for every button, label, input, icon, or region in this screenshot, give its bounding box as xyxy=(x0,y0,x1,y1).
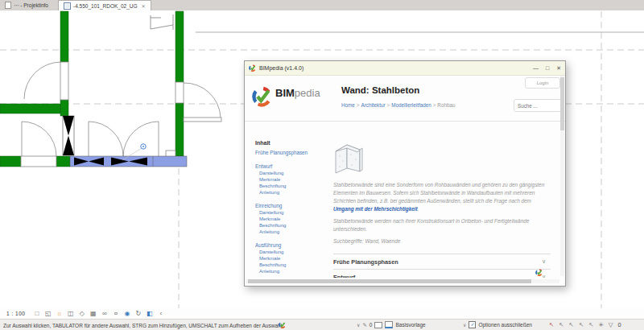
breadcrumb-modellierleitfaden[interactable]: Modellierleitfaden xyxy=(391,102,431,108)
search-input[interactable] xyxy=(514,99,562,112)
toc-link-einreichung[interactable]: Einreichung xyxy=(255,203,333,209)
toc-link[interactable]: Darstellung xyxy=(259,170,333,176)
status-bar: Zur Auswahl klicken, TABULATOR für ander… xyxy=(0,319,644,330)
scrollbar-thumb[interactable] xyxy=(248,279,531,283)
accordion-list: Frühe Planungsphasen ∨ Entwurf ∨ Einreic… xyxy=(333,254,551,278)
toc-heading: Inhalt xyxy=(255,140,333,146)
minimize-button[interactable]: — xyxy=(533,65,539,72)
toc-link[interactable]: Anleitung xyxy=(259,189,333,196)
toc-link[interactable]: Merkmale xyxy=(259,216,333,222)
select-pinned-icon[interactable]: ↖ xyxy=(569,321,574,328)
drag-on-select-icon[interactable]: ↖ xyxy=(588,321,593,328)
selection-settings-icon[interactable]: ✳ xyxy=(598,321,603,328)
worksharing-display-icon[interactable] xyxy=(374,322,382,328)
tab-label: ⋯ - Projektinfo xyxy=(14,2,48,9)
visual-style-icon[interactable]: ◇ xyxy=(78,310,85,317)
worksharing-monitor-icon[interactable] xyxy=(385,321,393,328)
breadcrumb-separator: > xyxy=(387,102,390,108)
mehrschichtigkeit-link[interactable]: Umgang mit der Mehrschichtigkeit xyxy=(333,206,418,212)
toc-link-entwurf[interactable]: Entwurf xyxy=(255,163,333,170)
brand-wordmark[interactable]: BIMpedia xyxy=(275,87,320,99)
column-symbol xyxy=(63,116,74,155)
brand-light: pedia xyxy=(295,87,320,99)
page-header: BIMpedia Wand: Stahlbeton Home>Architekt… xyxy=(245,76,565,122)
chevron-down-icon[interactable]: ∨ xyxy=(357,322,360,328)
window-band xyxy=(70,156,187,167)
status-hint: Zur Auswahl klicken, TABULATOR für ander… xyxy=(3,323,283,328)
select-links-icon[interactable]: ↖ xyxy=(549,321,554,328)
toc-link[interactable]: Merkmale xyxy=(259,255,333,262)
horizontal-scrollbar[interactable] xyxy=(246,279,559,283)
worksharing-display-icon[interactable]: ◧ xyxy=(146,310,153,317)
view-tab-bar: ⋯ - Projektinfo -4.550_101_RDOK_02_UG ✕ xyxy=(0,0,644,10)
sun-study-icon[interactable]: ☼ xyxy=(56,310,63,317)
plan-view-icon xyxy=(64,2,71,10)
scrollbar-thumb[interactable] xyxy=(560,77,564,130)
tab-close-icon[interactable]: ✕ xyxy=(142,3,146,9)
close-button[interactable]: ✕ xyxy=(556,65,561,72)
toc-link[interactable]: Darstellung xyxy=(259,249,333,255)
collapse-icon[interactable]: ‹ xyxy=(157,310,164,317)
shadows-icon[interactable]: ◫ xyxy=(67,310,74,317)
tab-label: -4.550_101_RDOK_02_UG xyxy=(73,3,138,9)
editing-requests-count: 0 xyxy=(369,322,373,328)
filter-count: 0 xyxy=(618,321,621,328)
document-icon xyxy=(5,2,11,9)
intro-paragraph: Stahlbetonwände sind eine Sonderform von… xyxy=(333,182,544,204)
toc-link[interactable]: Darstellung xyxy=(259,209,333,216)
toc-link-ausfuehrung[interactable]: Ausführung xyxy=(255,242,333,249)
tab-active-view[interactable]: -4.550_101_RDOK_02_UG ✕ xyxy=(58,0,151,10)
select-underlay-icon[interactable]: ↖ xyxy=(559,321,564,328)
chevron-down-icon: ∨ xyxy=(542,258,546,265)
toc-link[interactable]: Beschriftung xyxy=(259,262,333,268)
view-control-bar: 1 : 100 □ ◱ ☼ ◫ ◇ ▦ ∞ ¤ ◉ ↻ ◧ ‹ xyxy=(0,308,644,319)
temporary-view-icon[interactable]: ◉ xyxy=(123,310,130,317)
breadcrumb-architektur[interactable]: Architektur xyxy=(361,102,385,108)
accordion-label: Entwurf xyxy=(333,274,355,278)
concrete-walls xyxy=(0,11,184,167)
filter-icon[interactable]: ▽ xyxy=(609,321,613,328)
detail-level-icon[interactable]: ▦ xyxy=(89,310,97,317)
scale-button[interactable]: 1 : 100 xyxy=(6,311,25,316)
wall-corner-image xyxy=(333,140,364,175)
exclude-options-checkbox[interactable]: ✓ xyxy=(469,321,476,328)
article: Stahlbetonwände sind eine Sonderform von… xyxy=(333,121,560,278)
bimpedia-addin-icon[interactable] xyxy=(279,321,286,328)
refresh-icon[interactable]: ↻ xyxy=(134,310,142,317)
toc-link[interactable]: Merkmale xyxy=(259,176,333,183)
maximize-button[interactable]: □ xyxy=(546,65,549,72)
accordion-fruehe-planungsphasen[interactable]: Frühe Planungsphasen ∨ xyxy=(333,254,551,269)
login-button[interactable]: Login xyxy=(525,77,560,89)
toc-link[interactable]: Beschriftung xyxy=(259,183,333,189)
crop-region-icon[interactable]: □ xyxy=(33,310,40,317)
bimpedia-favicon xyxy=(535,269,543,276)
chevron-down-icon[interactable]: ∨ xyxy=(463,322,466,328)
dialog-title: BIMpedia (v1.4.0) xyxy=(259,65,303,71)
brand-bold: BIM xyxy=(275,87,295,99)
bimpedia-window-icon xyxy=(249,64,256,72)
show-crop-region-icon[interactable]: ◱ xyxy=(44,310,52,317)
section-marker xyxy=(151,14,173,30)
design-option-select[interactable]: Basisvorlage xyxy=(395,322,425,328)
toc-link[interactable]: Anleitung xyxy=(259,229,333,235)
paragraph-end: . xyxy=(418,206,419,212)
bimpedia-dialog: BIMpedia (v1.4.0) — □ ✕ BIMpedia Wand: S… xyxy=(244,60,566,287)
hide-isolate-glasses-icon[interactable]: ∞ xyxy=(101,310,108,317)
vertical-scrollbar[interactable] xyxy=(560,76,564,276)
bimpedia-logo[interactable] xyxy=(251,86,272,107)
editing-requests-icon[interactable]: ✎ xyxy=(362,322,366,328)
accordion-entwurf[interactable]: Entwurf ∨ xyxy=(333,269,551,278)
select-by-face-icon[interactable]: ↖ xyxy=(579,321,584,328)
exclude-options-label: Optionen ausschließen xyxy=(478,322,532,328)
breadcrumb-current: Rohbau xyxy=(437,102,455,108)
dialog-titlebar[interactable]: BIMpedia (v1.4.0) — □ ✕ xyxy=(245,61,565,76)
accordion-label: Frühe Planungsphasen xyxy=(333,258,398,266)
tab-projektinfo[interactable]: ⋯ - Projektinfo xyxy=(0,0,53,10)
page-title: Wand: Stahlbeton xyxy=(341,85,419,95)
breadcrumb-home[interactable]: Home xyxy=(341,102,355,108)
toc-link-fruehe-planungsphasen[interactable]: Frühe Planungsphasen xyxy=(255,150,333,156)
toc-link[interactable]: Anleitung xyxy=(259,268,333,274)
toc-link[interactable]: Beschriftung xyxy=(259,222,333,229)
doors xyxy=(21,62,221,167)
reveal-hidden-icon[interactable]: ¤ xyxy=(112,310,119,317)
